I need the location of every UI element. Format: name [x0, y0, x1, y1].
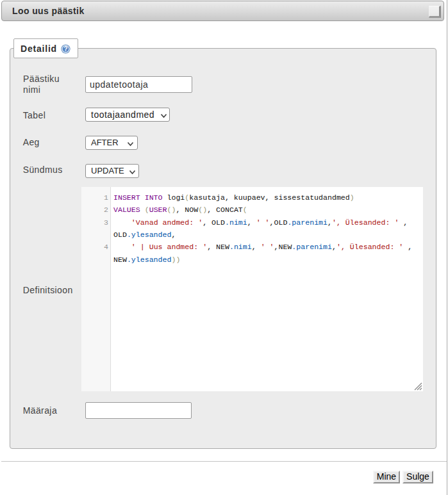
svg-text:?: ? [63, 45, 67, 53]
